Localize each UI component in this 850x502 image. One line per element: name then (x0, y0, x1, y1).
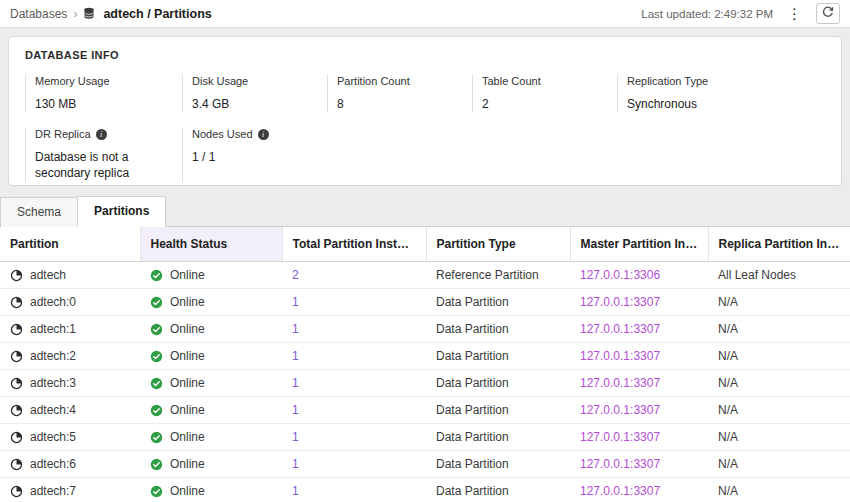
partition-icon (10, 269, 23, 282)
stat-label: Disk Usage (192, 75, 327, 87)
total-instances-link[interactable]: 1 (292, 295, 299, 309)
total-instances-link[interactable]: 1 (292, 484, 299, 498)
partition-table-body: adtech Online 2 Reference Partition 127.… (0, 262, 850, 502)
total-instances-link[interactable]: 1 (292, 349, 299, 363)
stat-label: DR Replica i (35, 128, 182, 140)
partition-type: Data Partition (436, 376, 509, 390)
partition-icon (10, 485, 23, 498)
stats-row-secondary: DR Replica i Database is not a secondary… (25, 128, 825, 181)
health-ok-icon (150, 323, 163, 336)
col-header-master-instance[interactable]: Master Partition Instance ... (570, 227, 708, 262)
master-instance-link[interactable]: 127.0.0.1:3307 (580, 403, 660, 417)
total-instances-link[interactable]: 1 (292, 322, 299, 336)
info-icon[interactable]: i (96, 129, 107, 140)
partition-type: Data Partition (436, 295, 509, 309)
database-icon (83, 7, 95, 20)
partition-type: Data Partition (436, 457, 509, 471)
partition-icon (10, 404, 23, 417)
table-row[interactable]: adtech:0 Online 1 Data Partition 127.0.0… (0, 289, 850, 316)
stat-partition-count: Partition Count 8 (327, 75, 472, 112)
partition-icon (10, 296, 23, 309)
health-status-text: Online (170, 295, 205, 309)
tab-schema[interactable]: Schema (0, 197, 78, 227)
info-icon[interactable]: i (258, 129, 269, 140)
table-row[interactable]: adtech Online 2 Reference Partition 127.… (0, 262, 850, 289)
topbar-actions: Last updated: 2:49:32 PM ⋮ (641, 3, 840, 24)
table-row[interactable]: adtech:2 Online 1 Data Partition 127.0.0… (0, 343, 850, 370)
tab-partitions[interactable]: Partitions (77, 196, 166, 227)
partition-type: Data Partition (436, 403, 509, 417)
master-instance-link[interactable]: 127.0.0.1:3307 (580, 349, 660, 363)
health-ok-icon (150, 404, 163, 417)
partition-type: Data Partition (436, 430, 509, 444)
kebab-menu-icon[interactable]: ⋮ (783, 4, 806, 23)
stat-nodes-used: Nodes Used i 1 / 1 (182, 128, 327, 181)
replica-instance: N/A (718, 295, 738, 309)
col-header-partition-type[interactable]: Partition Type (426, 227, 570, 262)
table-row[interactable]: adtech:7 Online 1 Data Partition 127.0.0… (0, 478, 850, 502)
table-row[interactable]: adtech:3 Online 1 Data Partition 127.0.0… (0, 370, 850, 397)
partition-type: Reference Partition (436, 268, 539, 282)
stat-value: Database is not a secondary replica (35, 149, 165, 181)
col-header-total-instances[interactable]: Total Partition Instances (282, 227, 426, 262)
table-header-row: Partition Health Status Total Partition … (0, 227, 850, 262)
master-instance-link[interactable]: 127.0.0.1:3306 (580, 268, 660, 282)
stat-disk-usage: Disk Usage 3.4 GB (182, 75, 327, 112)
total-instances-link[interactable]: 1 (292, 376, 299, 390)
database-info-card: DATABASE INFO Memory Usage 130 MB Disk U… (8, 36, 842, 186)
partition-name: adtech:3 (30, 376, 76, 390)
partitions-table: Partition Health Status Total Partition … (0, 227, 850, 502)
replica-instance: N/A (718, 484, 738, 498)
table-row[interactable]: adtech:4 Online 1 Data Partition 127.0.0… (0, 397, 850, 424)
stat-value: Synchronous (627, 96, 762, 112)
last-updated-text: Last updated: 2:49:32 PM (641, 8, 773, 20)
refresh-button[interactable] (816, 3, 840, 24)
stat-value: 1 / 1 (192, 149, 327, 165)
total-instances-link[interactable]: 1 (292, 430, 299, 444)
replica-instance: N/A (718, 349, 738, 363)
health-ok-icon (150, 296, 163, 309)
health-status-text: Online (170, 403, 205, 417)
health-status-text: Online (170, 322, 205, 336)
partition-name: adtech (30, 268, 66, 282)
col-header-replica-instance[interactable]: Replica Partition Instance ... (708, 227, 850, 262)
table-row[interactable]: adtech:1 Online 1 Data Partition 127.0.0… (0, 316, 850, 343)
partition-type: Data Partition (436, 349, 509, 363)
total-instances-link[interactable]: 1 (292, 403, 299, 417)
stat-label: Memory Usage (35, 75, 182, 87)
health-status-text: Online (170, 349, 205, 363)
health-ok-icon (150, 377, 163, 390)
col-header-health-status[interactable]: Health Status (140, 227, 282, 262)
health-ok-icon (150, 431, 163, 444)
total-instances-link[interactable]: 1 (292, 457, 299, 471)
master-instance-link[interactable]: 127.0.0.1:3307 (580, 322, 660, 336)
col-header-partition[interactable]: Partition (0, 227, 140, 262)
refresh-icon (822, 6, 834, 21)
health-status-text: Online (170, 457, 205, 471)
master-instance-link[interactable]: 127.0.0.1:3307 (580, 376, 660, 390)
stats-row-primary: Memory Usage 130 MB Disk Usage 3.4 GB Pa… (25, 75, 825, 112)
health-status-text: Online (170, 484, 205, 498)
partition-name: adtech:6 (30, 457, 76, 471)
master-instance-link[interactable]: 127.0.0.1:3307 (580, 457, 660, 471)
total-instances-link[interactable]: 2 (292, 268, 299, 282)
table-row[interactable]: adtech:5 Online 1 Data Partition 127.0.0… (0, 424, 850, 451)
replica-instance: N/A (718, 403, 738, 417)
breadcrumb: Databases › adtech / Partitions (10, 7, 212, 21)
breadcrumb-databases-link[interactable]: Databases (10, 7, 67, 21)
stat-value: 8 (337, 96, 472, 112)
stat-memory-usage: Memory Usage 130 MB (25, 75, 182, 112)
health-ok-icon (150, 350, 163, 363)
health-ok-icon (150, 269, 163, 282)
master-instance-link[interactable]: 127.0.0.1:3307 (580, 295, 660, 309)
table-row[interactable]: adtech:6 Online 1 Data Partition 127.0.0… (0, 451, 850, 478)
stat-value: 2 (482, 96, 617, 112)
partition-icon (10, 431, 23, 444)
partition-name: adtech:2 (30, 349, 76, 363)
master-instance-link[interactable]: 127.0.0.1:3307 (580, 484, 660, 498)
partition-type: Data Partition (436, 322, 509, 336)
breadcrumb-separator: › (73, 7, 77, 21)
stat-dr-replica: DR Replica i Database is not a secondary… (25, 128, 182, 181)
stat-value: 130 MB (35, 96, 182, 112)
master-instance-link[interactable]: 127.0.0.1:3307 (580, 430, 660, 444)
